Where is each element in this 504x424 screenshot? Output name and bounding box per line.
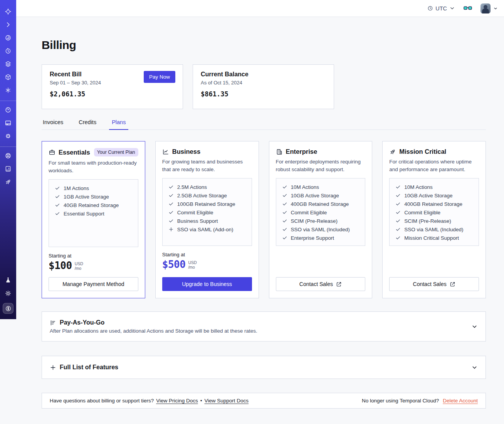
feature-text: 10GB Active Storage: [291, 193, 339, 199]
contact-sales-button[interactable]: Contact Sales: [389, 277, 479, 291]
timezone-selector[interactable]: UTC: [427, 5, 455, 12]
plan-description: For growing teams and businesses that ar…: [162, 158, 252, 173]
feature-item: 1GB Active Storage: [55, 192, 134, 201]
manage-payment-button[interactable]: Manage Payment Method: [49, 277, 138, 291]
feature-text: Essential Support: [64, 211, 104, 217]
view-support-docs-link[interactable]: View Support Docs: [204, 398, 249, 404]
feature-item: SSO via SAML (Included): [395, 225, 475, 234]
check-icon: [395, 210, 401, 215]
plan-name: Business: [172, 148, 200, 155]
feature-text: 1GB Active Storage: [64, 194, 109, 200]
building-icon: [276, 148, 283, 155]
feature-text: 400GB Retained Storage: [291, 201, 349, 207]
billing-summary-row: Recent Bill Sep 01 – Sep 30, 2024 $2,061…: [42, 64, 486, 109]
full-features-title: Full List of Features: [60, 364, 118, 371]
check-icon: [395, 235, 401, 241]
starting-at-label: Starting at: [162, 252, 252, 257]
feature-text: 40GB Retained Storage: [64, 202, 119, 208]
payg-accordion[interactable]: Pay-As-You-Go After Plan allocations are…: [42, 311, 486, 342]
labs-flask-icon[interactable]: [5, 277, 12, 284]
check-icon: [55, 194, 60, 199]
feature-item: 2.5GB Active Storage: [168, 191, 248, 200]
deployments-cube-icon[interactable]: [5, 74, 12, 81]
dollar-coin-icon: [5, 305, 12, 312]
feature-text: Business Support: [177, 218, 218, 224]
settings-gear-icon[interactable]: [5, 133, 12, 140]
upgrade-business-button[interactable]: Upgrade to Business: [162, 277, 252, 291]
feature-text: Commit Eligible: [404, 210, 440, 215]
getting-started-rocket-icon[interactable]: [5, 178, 12, 185]
feature-item: 10M Actions: [282, 183, 361, 191]
feature-text: Commit Eligible: [177, 210, 213, 215]
docs-book-icon[interactable]: [5, 165, 12, 172]
feature-item: 1M Actions: [55, 184, 134, 192]
check-icon: [168, 184, 174, 190]
theme-sun-icon[interactable]: [5, 290, 12, 297]
feature-item: Business Support: [168, 217, 248, 225]
feature-text: 10M Actions: [404, 184, 433, 190]
feature-item: Enterprise Support: [282, 234, 361, 242]
tab-invoices[interactable]: Invoices: [42, 119, 64, 130]
billing-active-item[interactable]: [3, 303, 13, 314]
check-icon: [55, 211, 60, 216]
feature-text: 10M Actions: [291, 184, 319, 190]
starting-at-label: Starting at: [49, 253, 138, 259]
billing-card-icon[interactable]: [5, 119, 12, 126]
plan-feature-box: 2.5M Actions 2.5GB Active Storage 100GB …: [162, 178, 252, 246]
schedules-icon[interactable]: [5, 47, 12, 54]
plan-currency: USD: [75, 261, 83, 266]
footer-question: Have questions about billing or support …: [50, 398, 154, 404]
plan-name: Enterprise: [286, 148, 318, 155]
feature-item: 400GB Retained Storage: [395, 200, 475, 208]
plan-description: For critical operations where uptime and…: [389, 158, 479, 173]
support-lifebuoy-icon[interactable]: [5, 152, 12, 159]
feature-item: Commit Eligible: [395, 208, 475, 217]
feature-item: Commit Eligible: [168, 208, 248, 217]
feedback-glasses-icon[interactable]: [464, 5, 472, 11]
user-avatar: [480, 3, 491, 13]
delete-account-link[interactable]: Delete Account: [443, 398, 478, 404]
feature-item: Essential Support: [55, 209, 134, 218]
namespaces-icon[interactable]: [5, 34, 12, 41]
chevron-down-icon[interactable]: [471, 364, 478, 371]
contact-sales-button[interactable]: Contact Sales: [276, 277, 366, 291]
plan-feature-box: 10M Actions 10GB Active Storage 400GB Re…: [276, 178, 366, 246]
plan-period: /mo: [75, 266, 83, 271]
plan-price-block: Starting at $100 USD/mo: [49, 253, 138, 275]
full-features-accordion[interactable]: Full List of Features: [42, 356, 486, 379]
feature-item: 400GB Retained Storage: [282, 200, 361, 208]
check-icon: [282, 227, 287, 232]
sidebar: [0, 0, 16, 319]
external-link-icon: [450, 281, 455, 287]
current-balance-asof: As of Oct 15, 2024: [201, 80, 326, 86]
plan-price: $100: [49, 260, 72, 271]
usage-gauge-icon[interactable]: [5, 106, 12, 113]
view-pricing-docs-link[interactable]: View Pricing Docs: [156, 398, 198, 404]
chevron-down-icon: [493, 6, 498, 11]
feature-item: 10M Actions: [395, 183, 475, 191]
tab-plans[interactable]: Plans: [111, 119, 127, 130]
check-icon: [282, 210, 287, 215]
tab-credits[interactable]: Credits: [77, 119, 97, 130]
temporal-logo-icon[interactable]: [5, 8, 12, 15]
expand-sidebar-icon[interactable]: [5, 21, 12, 28]
contact-sales-label: Contact Sales: [413, 281, 447, 287]
check-icon: [55, 185, 60, 191]
workflows-layers-icon[interactable]: [5, 61, 12, 67]
nexus-asterisk-icon[interactable]: [5, 87, 12, 94]
feature-item: 10GB Active Storage: [282, 191, 361, 200]
feature-item: SSO via SAML (Included): [282, 225, 361, 234]
payg-title: Pay-As-You-Go: [60, 319, 104, 326]
check-icon: [282, 201, 287, 207]
external-link-icon: [336, 281, 342, 287]
plan-description: For enterprise deployments requiring rob…: [276, 158, 366, 173]
chevron-down-icon[interactable]: [471, 323, 478, 330]
pay-now-button[interactable]: Pay Now: [144, 71, 175, 83]
feature-item: 2.5M Actions: [168, 183, 248, 191]
feature-item: 10GB Active Storage: [395, 191, 475, 200]
check-icon: [282, 193, 287, 198]
delete-prompt: No longer using Temporal Cloud?: [362, 398, 439, 404]
user-menu[interactable]: [480, 3, 498, 13]
plan-card-essentials: Essentials Your Current Plan For small t…: [42, 141, 145, 298]
feature-text: Enterprise Support: [291, 235, 334, 241]
